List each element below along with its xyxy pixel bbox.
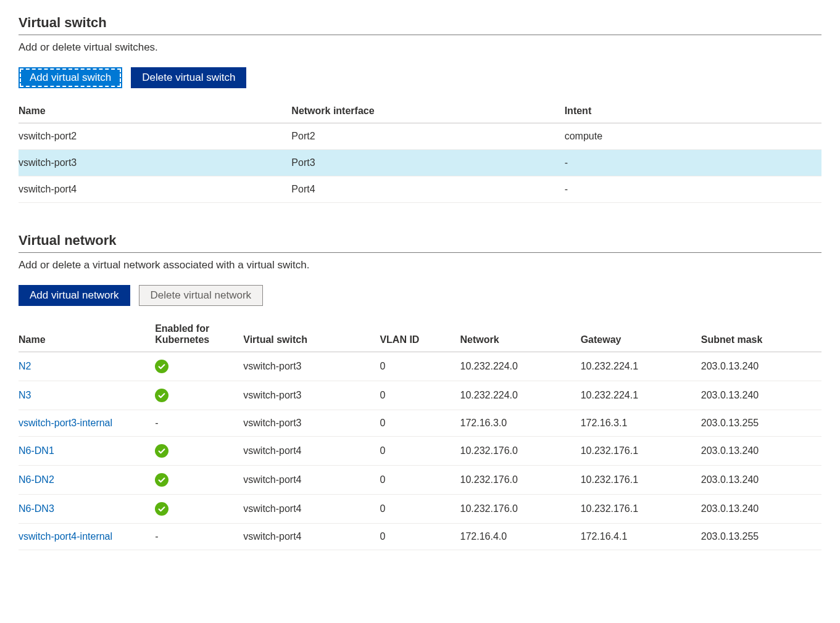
vnet-link[interactable]: N2 xyxy=(19,361,31,371)
cell-name: vswitch-port3-internal xyxy=(19,410,155,437)
vswitch-col-intent[interactable]: Intent xyxy=(565,99,821,123)
cell-gateway: 172.16.4.1 xyxy=(581,524,701,550)
table-row[interactable]: vswitch-port3Port3- xyxy=(19,150,821,176)
cell-kubernetes xyxy=(155,352,243,381)
vnet-link[interactable]: vswitch-port4-internal xyxy=(19,531,112,542)
virtual-switch-title: Virtual switch xyxy=(19,15,821,35)
table-row[interactable]: N6-DN3vswitch-port4010.232.176.010.232.1… xyxy=(19,495,821,524)
delete-virtual-network-button: Delete virtual network xyxy=(139,285,263,306)
cell-name: vswitch-port3 xyxy=(19,150,291,176)
cell-vlan: 0 xyxy=(380,352,460,381)
vnet-col-mask[interactable]: Subnet mask xyxy=(701,317,821,352)
vnet-col-vswitch[interactable]: Virtual switch xyxy=(243,317,380,352)
cell-mask: 203.0.13.240 xyxy=(701,437,821,466)
cell-vswitch: vswitch-port4 xyxy=(243,437,380,466)
check-icon xyxy=(155,360,168,373)
virtual-network-button-row: Add virtual network Delete virtual netwo… xyxy=(19,285,821,306)
cell-vlan: 0 xyxy=(380,524,460,550)
cell-mask: 203.0.13.240 xyxy=(701,381,821,410)
cell-name: N3 xyxy=(19,381,155,410)
cell-mask: 203.0.13.255 xyxy=(701,524,821,550)
cell-vlan: 0 xyxy=(380,410,460,437)
cell-network: 10.232.224.0 xyxy=(460,352,581,381)
cell-mask: 203.0.13.255 xyxy=(701,410,821,437)
cell-vlan: 0 xyxy=(380,381,460,410)
table-row[interactable]: vswitch-port4Port4- xyxy=(19,176,821,203)
cell-vswitch: vswitch-port4 xyxy=(243,495,380,524)
cell-interface: Port2 xyxy=(291,123,564,150)
cell-network: 10.232.224.0 xyxy=(460,381,581,410)
vnet-col-network[interactable]: Network xyxy=(460,317,581,352)
cell-vswitch: vswitch-port3 xyxy=(243,381,380,410)
virtual-network-description: Add or delete a virtual network associat… xyxy=(19,259,821,271)
cell-name: vswitch-port2 xyxy=(19,123,291,150)
vnet-col-name[interactable]: Name xyxy=(19,317,155,352)
cell-kubernetes: - xyxy=(155,524,243,550)
cell-name: N2 xyxy=(19,352,155,381)
cell-network: 10.232.176.0 xyxy=(460,495,581,524)
vnet-col-gateway[interactable]: Gateway xyxy=(581,317,701,352)
virtual-network-title: Virtual network xyxy=(19,233,821,253)
cell-gateway: 10.232.176.1 xyxy=(581,437,701,466)
delete-virtual-switch-button[interactable]: Delete virtual switch xyxy=(131,67,246,88)
cell-kubernetes xyxy=(155,495,243,524)
add-virtual-switch-button[interactable]: Add virtual switch xyxy=(19,67,122,88)
cell-gateway: 10.232.176.1 xyxy=(581,466,701,495)
cell-name: vswitch-port4-internal xyxy=(19,524,155,550)
vnet-col-vlan[interactable]: VLAN ID xyxy=(380,317,460,352)
table-row[interactable]: N6-DN1vswitch-port4010.232.176.010.232.1… xyxy=(19,437,821,466)
cell-kubernetes xyxy=(155,437,243,466)
virtual-switch-section: Virtual switch Add or delete virtual swi… xyxy=(19,15,821,203)
add-virtual-network-button[interactable]: Add virtual network xyxy=(19,285,130,306)
cell-name: N6-DN1 xyxy=(19,437,155,466)
cell-mask: 203.0.13.240 xyxy=(701,352,821,381)
cell-intent: - xyxy=(565,176,821,203)
cell-kubernetes xyxy=(155,466,243,495)
cell-gateway: 172.16.3.1 xyxy=(581,410,701,437)
cell-vswitch: vswitch-port3 xyxy=(243,410,380,437)
cell-kubernetes: - xyxy=(155,410,243,437)
check-icon xyxy=(155,473,168,487)
vnet-link[interactable]: N6-DN3 xyxy=(19,503,54,514)
cell-interface: Port3 xyxy=(291,150,564,176)
cell-gateway: 10.232.224.1 xyxy=(581,381,701,410)
cell-name: vswitch-port4 xyxy=(19,176,291,203)
check-icon xyxy=(155,502,168,516)
cell-gateway: 10.232.224.1 xyxy=(581,352,701,381)
table-row[interactable]: N6-DN2vswitch-port4010.232.176.010.232.1… xyxy=(19,466,821,495)
vnet-link[interactable]: vswitch-port3-internal xyxy=(19,418,112,428)
cell-name: N6-DN2 xyxy=(19,466,155,495)
cell-gateway: 10.232.176.1 xyxy=(581,495,701,524)
table-row[interactable]: vswitch-port2Port2compute xyxy=(19,123,821,150)
check-icon xyxy=(155,389,168,402)
cell-interface: Port4 xyxy=(291,176,564,203)
virtual-network-table: Name Enabled for Kubernetes Virtual swit… xyxy=(19,317,821,550)
vnet-col-kubernetes[interactable]: Enabled for Kubernetes xyxy=(155,317,243,352)
vnet-link[interactable]: N6-DN1 xyxy=(19,445,54,456)
cell-vlan: 0 xyxy=(380,437,460,466)
table-row[interactable]: vswitch-port3-internal-vswitch-port30172… xyxy=(19,410,821,437)
cell-network: 10.232.176.0 xyxy=(460,437,581,466)
vswitch-col-name[interactable]: Name xyxy=(19,99,291,123)
virtual-switch-table: Name Network interface Intent vswitch-po… xyxy=(19,99,821,203)
table-row[interactable]: vswitch-port4-internal-vswitch-port40172… xyxy=(19,524,821,550)
table-row[interactable]: N2vswitch-port3010.232.224.010.232.224.1… xyxy=(19,352,821,381)
virtual-network-section: Virtual network Add or delete a virtual … xyxy=(19,233,821,550)
cell-vswitch: vswitch-port4 xyxy=(243,524,380,550)
table-row[interactable]: N3vswitch-port3010.232.224.010.232.224.1… xyxy=(19,381,821,410)
vnet-link[interactable]: N3 xyxy=(19,390,31,400)
vswitch-col-interface[interactable]: Network interface xyxy=(291,99,564,123)
cell-vswitch: vswitch-port4 xyxy=(243,466,380,495)
cell-network: 172.16.4.0 xyxy=(460,524,581,550)
cell-network: 10.232.176.0 xyxy=(460,466,581,495)
cell-kubernetes xyxy=(155,381,243,410)
cell-name: N6-DN3 xyxy=(19,495,155,524)
cell-intent: compute xyxy=(565,123,821,150)
cell-vlan: 0 xyxy=(380,495,460,524)
cell-vlan: 0 xyxy=(380,466,460,495)
vnet-link[interactable]: N6-DN2 xyxy=(19,474,54,485)
cell-intent: - xyxy=(565,150,821,176)
cell-mask: 203.0.13.240 xyxy=(701,495,821,524)
check-icon xyxy=(155,444,168,458)
cell-mask: 203.0.13.240 xyxy=(701,466,821,495)
